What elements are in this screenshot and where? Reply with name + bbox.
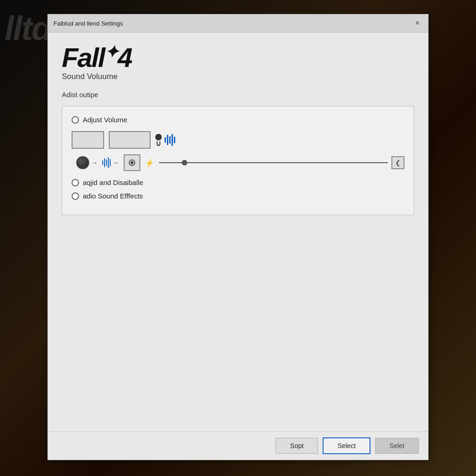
radio-option-2[interactable]: aqjid and Disaiballe xyxy=(72,178,404,186)
eq-line-2 xyxy=(104,158,105,167)
slider-container: ❮ xyxy=(159,156,404,169)
game-subtitle: Sound Voluume xyxy=(62,72,414,81)
wave-bar-3 xyxy=(169,136,171,144)
knob-icon[interactable] xyxy=(76,156,89,169)
arrow-right-1: → xyxy=(91,159,98,166)
eq-line-5 xyxy=(110,159,111,166)
eq-line-3 xyxy=(106,159,107,166)
controls-row-2: → → xyxy=(72,154,404,171)
dialog-body: Fall✦4 Sound Voluume Adist outipe Adjust… xyxy=(48,33,428,431)
slider-end-box[interactable]: ❮ xyxy=(391,156,404,169)
wave-bar-5 xyxy=(174,137,175,143)
wave-bar-2 xyxy=(167,135,168,145)
radio-label-1: Adjust Volume xyxy=(83,116,127,124)
radio-option-1[interactable]: Adjust Volume xyxy=(72,116,404,124)
radio-circle-2 xyxy=(72,179,79,186)
radio-button-ctrl[interactable] xyxy=(124,154,140,171)
eq-group: → xyxy=(102,157,119,168)
mic-head xyxy=(155,134,162,140)
mic-body xyxy=(157,141,160,146)
selet-button[interactable]: Selet xyxy=(375,438,419,454)
mic-icon[interactable] xyxy=(155,134,162,146)
waveform-icon-1 xyxy=(165,134,175,146)
slider-track[interactable] xyxy=(159,162,388,163)
game-logo: Fall✦4 xyxy=(62,44,414,71)
wave-bar-4 xyxy=(172,134,173,146)
radio-label-3: adio Sound Efffects xyxy=(83,192,143,200)
options-box: Adjust Volume xyxy=(62,106,414,215)
arrow-right-2: → xyxy=(112,159,119,166)
eq-line-4 xyxy=(108,157,109,168)
wave-bar-1 xyxy=(165,137,166,143)
dialog-footer: Sopt Select Selet xyxy=(48,431,428,460)
radio-dot xyxy=(129,159,135,166)
settings-dialog: Falblud and llend Settings × Fall✦4 Soun… xyxy=(47,14,429,460)
ctrl-box-1[interactable] xyxy=(72,131,104,149)
dialog-backdrop: Falblud and llend Settings × Fall✦4 Soun… xyxy=(0,0,476,476)
dialog-titlebar: Falblud and llend Settings × xyxy=(48,14,428,33)
select-button[interactable]: Select xyxy=(323,437,370,454)
controls-row-1 xyxy=(72,131,404,149)
radio-dot-inner xyxy=(131,161,133,164)
eq-line-1 xyxy=(102,160,103,165)
radio-circle-3 xyxy=(72,192,79,200)
mic-group xyxy=(155,134,175,146)
logo-star: ✦ xyxy=(105,42,118,61)
radio-circle-1 xyxy=(72,116,79,124)
knob-group: → xyxy=(76,156,98,169)
close-button[interactable]: × xyxy=(412,18,423,28)
lightning-icon: ⚡ xyxy=(145,159,154,167)
eq-icon xyxy=(102,157,111,168)
radio-option-3[interactable]: adio Sound Efffects xyxy=(72,192,404,200)
slider-thumb[interactable] xyxy=(182,160,187,165)
dialog-title: Falblud and llend Settings xyxy=(53,20,123,27)
section-label: Adist outipe xyxy=(62,91,414,99)
sopt-button[interactable]: Sopt xyxy=(276,438,318,454)
radio-label-2: aqjid and Disaiballe xyxy=(83,178,143,186)
logo-text-fall: Fall xyxy=(62,42,105,73)
ctrl-box-2[interactable] xyxy=(109,131,151,149)
logo-num: 4 xyxy=(118,42,132,73)
